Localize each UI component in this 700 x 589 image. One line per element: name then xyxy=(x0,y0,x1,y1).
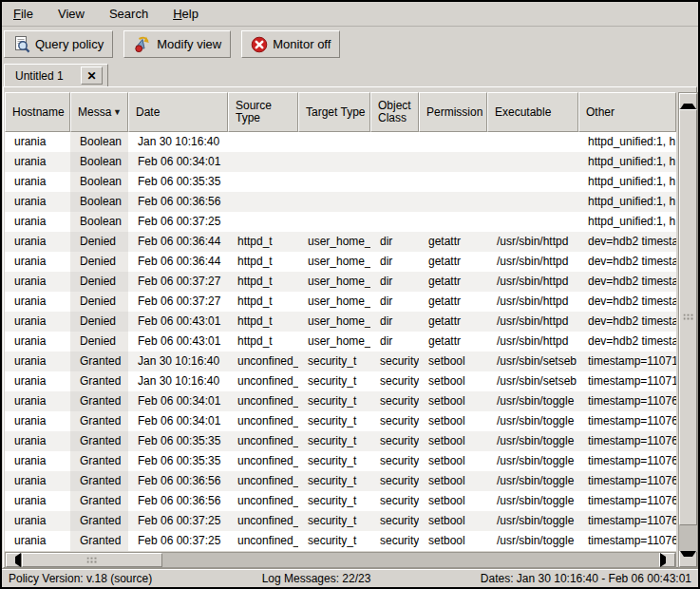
cell-executable: /usr/sbin/setseb xyxy=(487,352,578,371)
cell-other: dev=hdb2 timesta xyxy=(578,292,676,312)
column-header-date[interactable]: Date xyxy=(128,92,228,132)
cell-target-type xyxy=(298,132,370,152)
column-header-target-type[interactable]: Target Type xyxy=(298,92,370,132)
column-header-label: Object Class xyxy=(378,100,414,124)
table-row[interactable]: uraniaBooleanFeb 06 00:34:01httpd_unifie… xyxy=(5,152,676,172)
cell-other: timestamp=11076 xyxy=(578,451,676,471)
table-row[interactable]: uraniaDeniedFeb 06 00:43:01httpd_tuser_h… xyxy=(5,312,676,332)
scroll-left-button[interactable] xyxy=(6,553,22,567)
cell-messa: Granted xyxy=(70,511,128,531)
column-header-label: Permission xyxy=(426,106,482,119)
cell-permission xyxy=(419,152,487,172)
cell-object-class: dir xyxy=(370,332,419,352)
cell-hostname: urania xyxy=(5,232,70,252)
cell-other: httpd_unified:1, h xyxy=(578,132,676,152)
modify-view-label: Modify view xyxy=(157,37,221,51)
query-policy-button[interactable]: Query policy xyxy=(4,30,113,58)
cell-permission xyxy=(419,132,487,152)
cell-date: Feb 06 00:34:01 xyxy=(128,152,228,172)
scroll-up-button[interactable] xyxy=(679,93,697,109)
cell-source-type: unconfined_ xyxy=(228,391,298,411)
cell-source-type: unconfined_ xyxy=(228,471,298,491)
table-row[interactable]: uraniaBooleanFeb 06 00:35:35httpd_unifie… xyxy=(5,172,676,192)
arrow-right-icon xyxy=(660,553,674,567)
table-row[interactable]: uraniaGrantedFeb 06 00:36:56unconfined_s… xyxy=(5,491,676,511)
table-row[interactable]: uraniaGrantedFeb 06 00:37:25unconfined_s… xyxy=(5,531,676,551)
table-row[interactable]: uraniaGrantedJan 30 10:16:40unconfined_s… xyxy=(5,371,676,391)
cell-permission: getattr xyxy=(419,232,487,252)
table-row[interactable]: uraniaGrantedFeb 06 00:35:35unconfined_s… xyxy=(5,431,676,451)
cell-messa: Boolean xyxy=(70,132,128,152)
table-row[interactable]: uraniaDeniedFeb 06 00:43:01httpd_tuser_h… xyxy=(5,332,676,352)
tab-strip: Untitled 1 ✕ xyxy=(2,61,698,87)
cell-executable: /usr/sbin/httpd xyxy=(487,332,578,352)
cell-permission: setbool xyxy=(419,371,487,391)
table-row[interactable]: uraniaGrantedFeb 06 00:36:56unconfined_s… xyxy=(5,471,676,491)
menu-item-search[interactable]: Search xyxy=(109,7,148,21)
table-row[interactable]: uraniaBooleanJan 30 10:16:40httpd_unifie… xyxy=(5,132,676,152)
table-row[interactable]: uraniaDeniedFeb 06 00:37:27httpd_tuser_h… xyxy=(5,292,676,312)
table-row[interactable]: uraniaGrantedFeb 06 00:34:01unconfined_s… xyxy=(5,411,676,431)
cell-messa: Granted xyxy=(70,352,128,371)
table-row[interactable]: uraniaBooleanFeb 06 00:37:25httpd_unifie… xyxy=(5,212,676,232)
table-row[interactable]: uraniaGrantedJan 30 10:16:40unconfined_s… xyxy=(5,352,676,371)
cell-permission: setbool xyxy=(419,411,487,431)
vertical-scrollbar-thumb[interactable] xyxy=(679,109,697,525)
cell-hostname: urania xyxy=(5,172,70,192)
menu-item-view[interactable]: View xyxy=(58,7,85,21)
cell-object-class: security xyxy=(370,411,419,431)
table-row[interactable]: uraniaDeniedFeb 06 00:36:44httpd_tuser_h… xyxy=(5,232,676,252)
cell-other: timestamp=11076 xyxy=(578,511,676,531)
column-header-messa[interactable]: Messa▼ xyxy=(70,92,128,132)
menu-item-file[interactable]: File xyxy=(13,7,33,21)
vertical-scrollbar[interactable] xyxy=(678,92,698,568)
horizontal-scrollbar[interactable] xyxy=(5,552,676,568)
cell-source-type: httpd_t xyxy=(228,272,298,292)
monitor-off-button[interactable]: Monitor off xyxy=(241,30,340,58)
cell-permission: getattr xyxy=(419,292,487,312)
cell-messa: Boolean xyxy=(70,172,128,192)
table-row[interactable]: uraniaDeniedFeb 06 00:36:44httpd_tuser_h… xyxy=(5,252,676,272)
modify-view-icon xyxy=(133,35,152,54)
table-row[interactable]: uraniaGrantedFeb 06 00:34:01unconfined_s… xyxy=(5,391,676,411)
cell-object-class: security xyxy=(370,352,419,371)
menu-item-help[interactable]: Help xyxy=(173,7,199,21)
dates-status: Dates: Jan 30 10:16:40 - Feb 06 00:43:01 xyxy=(481,572,691,585)
scroll-down-button[interactable] xyxy=(679,551,697,567)
table-row[interactable]: uraniaBooleanFeb 06 00:36:56httpd_unifie… xyxy=(5,192,676,212)
column-header-other[interactable]: Other xyxy=(578,92,676,132)
cell-object-class: security xyxy=(370,531,419,551)
cell-date: Feb 06 00:34:01 xyxy=(128,411,228,431)
column-header-object-class[interactable]: Object Class xyxy=(370,92,419,132)
cell-date: Feb 06 00:37:25 xyxy=(128,531,228,551)
cell-other: timestamp=11071 xyxy=(578,352,676,371)
log-messages-status: Log Messages: 22/23 xyxy=(262,572,371,585)
cell-source-type: httpd_t xyxy=(228,292,298,312)
cell-other: dev=hdb2 timesta xyxy=(578,312,676,332)
cell-messa: Denied xyxy=(70,292,128,312)
cell-object-class: security xyxy=(370,371,419,391)
table-row[interactable]: uraniaGrantedFeb 06 00:35:35unconfined_s… xyxy=(5,451,676,471)
modify-view-button[interactable]: Modify view xyxy=(123,30,231,58)
cell-messa: Granted xyxy=(70,471,128,491)
column-header-permission[interactable]: Permission xyxy=(419,92,487,132)
cell-source-type: unconfined_ xyxy=(228,371,298,391)
cell-target-type xyxy=(298,192,370,212)
tab-untitled-1[interactable]: Untitled 1 ✕ xyxy=(4,64,108,87)
cell-permission: setbool xyxy=(419,491,487,511)
column-header-executable[interactable]: Executable xyxy=(487,92,578,132)
tab-close-button[interactable]: ✕ xyxy=(81,66,103,85)
table-row[interactable]: uraniaGrantedFeb 06 00:37:25unconfined_s… xyxy=(5,511,676,531)
cell-hostname: urania xyxy=(5,451,70,471)
scroll-right-button[interactable] xyxy=(659,553,675,567)
cell-executable: /usr/sbin/httpd xyxy=(487,292,578,312)
table-row[interactable]: uraniaDeniedFeb 06 00:37:27httpd_tuser_h… xyxy=(5,272,676,292)
column-header-hostname[interactable]: Hostname xyxy=(5,92,70,132)
cell-date: Feb 06 00:37:25 xyxy=(128,212,228,232)
horizontal-scrollbar-thumb[interactable] xyxy=(22,553,162,567)
column-header-source-type[interactable]: Source Type xyxy=(228,92,298,132)
cell-object-class xyxy=(370,192,419,212)
cell-object-class xyxy=(370,152,419,172)
cell-permission: getattr xyxy=(419,332,487,352)
cell-other: dev=hdb2 timesta xyxy=(578,272,676,292)
